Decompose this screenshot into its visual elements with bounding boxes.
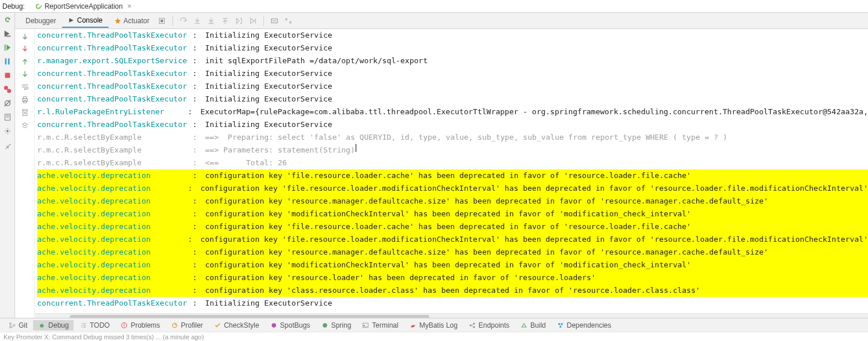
red-down-icon[interactable] bbox=[20, 44, 30, 53]
log-logger: r.m.c.R.selectByExample bbox=[37, 157, 188, 169]
log-logger: ache.velocity.deprecation bbox=[37, 220, 188, 233]
log-message: configuration key 'class.resource.loader… bbox=[205, 284, 700, 297]
log-line: r.manager.export.SQLExportService : init… bbox=[37, 55, 868, 67]
modify-run-icon[interactable] bbox=[3, 29, 12, 38]
rerun-icon[interactable] bbox=[3, 15, 12, 24]
svg-point-40 bbox=[323, 323, 327, 328]
console-output[interactable]: concurrent.ThreadPoolTaskExecutor : Init… bbox=[35, 29, 868, 318]
up-stack-trace-icon[interactable] bbox=[20, 57, 30, 66]
bottom-tool-bar: Git Debug TODO Problems Profiler CheckSt… bbox=[0, 318, 868, 332]
log-separator: : bbox=[188, 93, 205, 106]
close-icon[interactable]: × bbox=[127, 2, 131, 10]
svg-rect-20 bbox=[290, 21, 292, 23]
tab-actuator[interactable]: Actuator bbox=[108, 14, 155, 27]
log-separator: : bbox=[188, 195, 205, 208]
toolwin-spring[interactable]: Spring bbox=[316, 320, 356, 331]
log-logger: ache.velocity.deprecation bbox=[37, 233, 183, 246]
log-line: r.l.RulePackageEntryListener : ExecutorM… bbox=[37, 106, 868, 118]
settings-icon[interactable] bbox=[3, 126, 12, 136]
log-separator: : bbox=[188, 157, 205, 169]
log-message: configuration key 'resource.manager.defa… bbox=[205, 246, 768, 259]
toolwin-checkstyle[interactable]: CheckStyle bbox=[209, 320, 264, 331]
resume-icon[interactable] bbox=[3, 43, 12, 52]
toolwin-terminal[interactable]: Terminal bbox=[357, 320, 403, 331]
svg-point-31 bbox=[40, 324, 44, 327]
step-out-icon[interactable] bbox=[220, 16, 230, 26]
expand-icon[interactable] bbox=[157, 16, 167, 26]
evaluate-expression-icon[interactable] bbox=[270, 16, 279, 26]
ide-status-bar: Key Promoter X: Command Debug missed 3 t… bbox=[0, 332, 868, 341]
step-over-icon[interactable] bbox=[179, 16, 188, 26]
toolwin-build[interactable]: Build bbox=[515, 320, 551, 331]
log-line: r.m.c.R.selectByExample : <== Total: 26 bbox=[37, 157, 868, 169]
log-separator: : bbox=[188, 259, 205, 271]
log-message: Initializing ExecutorService bbox=[205, 67, 332, 80]
log-line: concurrent.ThreadPoolTaskExecutor : Init… bbox=[37, 297, 868, 310]
toolwin-dependencies[interactable]: Dependencies bbox=[552, 320, 616, 331]
svg-rect-46 bbox=[561, 323, 563, 325]
log-separator: : bbox=[188, 118, 205, 131]
filter-icon[interactable] bbox=[20, 121, 30, 130]
log-message: Initializing ExecutorService bbox=[205, 118, 332, 131]
mybatis-icon bbox=[409, 321, 417, 329]
drop-frame-icon[interactable] bbox=[234, 16, 244, 26]
toolwin-git[interactable]: Git bbox=[3, 320, 32, 331]
print-icon[interactable] bbox=[20, 95, 30, 104]
step-into-icon[interactable] bbox=[193, 16, 202, 26]
log-logger: r.m.c.R.selectByExample bbox=[37, 144, 188, 157]
log-separator: : bbox=[183, 106, 200, 118]
svg-point-5 bbox=[7, 89, 11, 93]
log-logger: concurrent.ThreadPoolTaskExecutor bbox=[37, 80, 188, 93]
log-logger: r.l.RulePackageEntryListener bbox=[37, 106, 183, 118]
log-logger: ache.velocity.deprecation bbox=[37, 182, 183, 195]
scroll-to-end-icon[interactable] bbox=[20, 31, 30, 41]
toolwin-debug[interactable]: Debug bbox=[33, 320, 73, 331]
git-branch-icon bbox=[8, 321, 16, 329]
stop-icon[interactable] bbox=[3, 71, 12, 80]
toolwin-endpoints[interactable]: Endpoints bbox=[464, 320, 514, 331]
svg-point-37 bbox=[124, 326, 125, 327]
log-line: ache.velocity.deprecation : configuratio… bbox=[37, 233, 868, 246]
log-separator: : bbox=[188, 42, 205, 55]
dependencies-icon bbox=[556, 321, 565, 329]
svg-point-4 bbox=[3, 86, 8, 90]
log-logger: concurrent.ThreadPoolTaskExecutor bbox=[37, 67, 188, 80]
log-line: ache.velocity.deprecation : configuratio… bbox=[37, 271, 868, 284]
horizontal-scrollbar[interactable] bbox=[35, 313, 868, 318]
log-message: configuration key 'file.resource.loader.… bbox=[205, 169, 690, 182]
toolwin-todo[interactable]: TODO bbox=[75, 320, 114, 331]
view-breakpoints-icon[interactable] bbox=[3, 85, 12, 94]
log-logger: ache.velocity.deprecation bbox=[37, 259, 188, 271]
warning-icon bbox=[120, 321, 128, 329]
svg-rect-24 bbox=[23, 110, 27, 116]
soft-wrap-icon[interactable] bbox=[20, 82, 30, 92]
log-line: concurrent.ThreadPoolTaskExecutor : Init… bbox=[37, 93, 868, 106]
svg-rect-0 bbox=[4, 45, 5, 51]
trace-current-stream-chain-icon[interactable] bbox=[284, 16, 293, 26]
pin-icon[interactable] bbox=[3, 140, 12, 150]
scrollbar-thumb[interactable] bbox=[70, 315, 429, 318]
log-message: configuration key 'resource.loader' has … bbox=[205, 271, 595, 284]
log-message: configuration key 'modificationCheckInte… bbox=[205, 208, 690, 220]
clear-all-icon[interactable] bbox=[20, 108, 30, 117]
log-line: ache.velocity.deprecation : configuratio… bbox=[37, 169, 868, 182]
log-line: concurrent.ThreadPoolTaskExecutor : Init… bbox=[37, 42, 868, 55]
tab-console[interactable]: Console bbox=[62, 14, 108, 28]
debug-run-tab[interactable]: ReportServiceApplication × bbox=[30, 1, 136, 12]
toolwin-profiler[interactable]: Profiler bbox=[166, 320, 208, 331]
mute-breakpoints-icon[interactable] bbox=[3, 99, 12, 108]
log-line: ache.velocity.deprecation : configuratio… bbox=[37, 208, 868, 220]
debug-run-header: Debug: ReportServiceApplication × bbox=[0, 0, 868, 13]
svg-point-29 bbox=[10, 326, 12, 328]
get-thread-dump-icon[interactable] bbox=[3, 113, 12, 122]
log-logger: ache.velocity.deprecation bbox=[37, 195, 188, 208]
pause-icon[interactable] bbox=[3, 57, 12, 66]
toolwin-problems[interactable]: Problems bbox=[115, 320, 165, 331]
down-stack-trace-icon[interactable] bbox=[20, 70, 30, 79]
svg-point-42 bbox=[469, 324, 471, 326]
toolwin-mybatis[interactable]: MyBatis Log bbox=[404, 320, 462, 331]
tab-debugger[interactable]: Debugger bbox=[17, 14, 62, 27]
toolwin-spotbugs[interactable]: SpotBugs bbox=[265, 320, 315, 331]
run-to-cursor-icon[interactable] bbox=[248, 16, 258, 26]
force-step-into-icon[interactable] bbox=[207, 16, 216, 26]
